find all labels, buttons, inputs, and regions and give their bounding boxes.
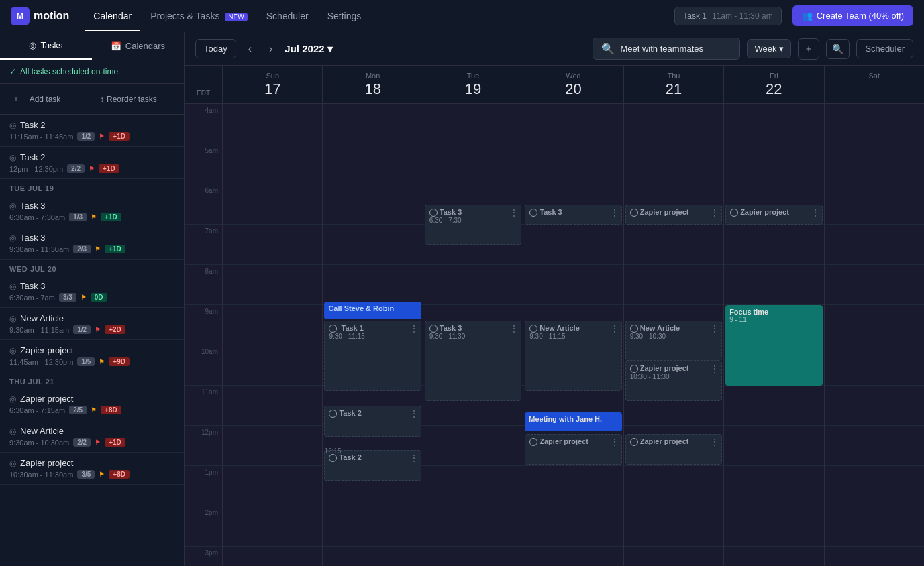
chevron-down-icon: ▾ <box>779 44 784 54</box>
event-title: Zapier project <box>630 364 689 373</box>
tab-calendars[interactable]: 📅 Calendars <box>92 32 184 60</box>
hour-cell <box>624 466 723 506</box>
day-header-fri: Fri22 <box>723 66 823 103</box>
time-slot: 6am <box>185 184 222 225</box>
hour-cell <box>724 225 823 265</box>
hour-cell <box>724 506 823 547</box>
new-article-wed-event[interactable]: New Article ⋮ 9:30 - 11:15 <box>525 321 621 391</box>
focus-time-event[interactable]: Focus time 9 - 11 <box>725 305 822 386</box>
new-article-thu-event[interactable]: New Article ⋮ 9:30 - 10:30 <box>625 321 722 361</box>
event-title: Task 3 <box>529 208 562 216</box>
event-menu-icon[interactable]: ⋮ <box>409 408 419 419</box>
zapier-wed-event[interactable]: Zapier project ⋮ <box>525 434 621 465</box>
today-button[interactable]: Today <box>195 39 236 58</box>
nav-scheduler[interactable]: Scheduler <box>258 7 317 25</box>
reorder-label: Reorder tasks <box>107 95 157 104</box>
task3-tue-event1[interactable]: Task 3 ⋮ 6:30 - 7:30 <box>425 205 521 245</box>
task-item[interactable]: ◎ New Article 9:30am - 11:15am 1/2⚑+2D <box>0 308 184 340</box>
next-button[interactable]: › <box>264 40 278 58</box>
task-item[interactable]: ◎ Zapier project 6:30am - 7:15am 2/5⚑+8D <box>0 388 184 420</box>
check-icon: ◎ <box>9 282 16 291</box>
task-item[interactable]: ◎ Zapier project 11:45am - 12:30pm 1/5⚑+… <box>0 340 184 372</box>
nav-calendar[interactable]: Calendar <box>85 7 140 25</box>
event-title: Task 3 <box>429 208 462 217</box>
check-icon: ◎ <box>9 233 16 243</box>
task1-mon-event[interactable]: Task 1 ⋮ 9:30 - 11:15 <box>324 321 421 391</box>
hour-cell <box>724 144 823 184</box>
top-nav: M motion Calendar Projects & Tasks NEW S… <box>0 0 924 32</box>
zapier-fri-event[interactable]: Zapier project ⋮ <box>725 205 822 225</box>
task2-mon-event1[interactable]: Task 2 ⋮ <box>324 406 421 437</box>
task-item[interactable]: ◎ Task 2 11:15am - 11:45am 1/2⚑+1D <box>0 115 184 147</box>
calendar-area: Today ‹ › Jul 2022 ▾ 🔍 Week ▾ ＋ 🔍 Schedu… <box>185 32 924 566</box>
event-menu-icon[interactable]: ⋮ <box>811 207 820 218</box>
event-menu-icon[interactable]: ⋮ <box>610 207 619 218</box>
check-icon: ◎ <box>9 121 16 130</box>
event-time: 9:30 - 11:30 <box>429 333 517 340</box>
add-task-button[interactable]: ＋ + Add task <box>7 89 89 109</box>
hour-cell <box>624 144 723 184</box>
day-col-tue: Task 3 ⋮ 6:30 - 7:30 Task 3 ⋮ 9:30 - 11:… <box>423 104 523 566</box>
hour-cell <box>825 265 924 305</box>
hour-cell <box>323 225 422 265</box>
reorder-icon: ↕ <box>100 95 104 104</box>
hour-cell <box>323 184 422 225</box>
plus-icon: ＋ <box>12 93 20 105</box>
hour-cell <box>223 144 322 184</box>
scheduler-button[interactable]: Scheduler <box>856 39 913 58</box>
hour-cell <box>523 104 623 144</box>
check-icon <box>329 325 337 333</box>
reorder-tasks-button[interactable]: ↕ Reorder tasks <box>95 89 177 109</box>
task-item[interactable]: ◎ Task 3 9:30am - 11:30am 2/3⚑+1D <box>0 227 184 260</box>
event-menu-icon[interactable]: ⋮ <box>610 437 619 447</box>
task3-tue-event2[interactable]: Task 3 ⋮ 9:30 - 11:30 <box>425 321 521 401</box>
time-slot: 2pm <box>185 506 222 547</box>
nav-settings[interactable]: Settings <box>319 7 370 25</box>
event-menu-icon[interactable]: ⋮ <box>710 437 719 447</box>
search-box[interactable]: 🔍 <box>593 38 740 60</box>
task3-wed-event[interactable]: Task 3 ⋮ <box>525 205 621 225</box>
tab-tasks[interactable]: ◎ Tasks <box>0 32 92 60</box>
event-title: Task 3 <box>429 324 462 333</box>
task-item[interactable]: ◎ Task 2 12pm - 12:30pm 2/2⚑+1D <box>0 147 184 179</box>
search-button[interactable]: 🔍 <box>826 39 850 59</box>
prev-button[interactable]: ‹ <box>243 40 257 58</box>
event-menu-icon[interactable]: ⋮ <box>409 453 419 463</box>
create-team-label: Create Team (40% off) <box>817 11 904 21</box>
tab-calendars-label: Calendars <box>125 41 165 51</box>
hour-cell <box>825 426 924 466</box>
hour-cell <box>223 426 322 466</box>
tasks-circle-icon: ◎ <box>29 40 36 50</box>
check-icon: ◎ <box>9 314 16 323</box>
create-team-button[interactable]: 👥 Create Team (40% off) <box>792 5 913 26</box>
task-item[interactable]: ◎ Zapier project 10:30am - 11:30am 3/5⚑+… <box>0 453 184 485</box>
task-item[interactable]: ◎ Task 3 6:30am - 7:30am 1/3⚑+1D <box>0 195 184 227</box>
time-slot: 12pm <box>185 426 222 466</box>
event-title: Zapier project <box>630 208 689 217</box>
event-title: New Article <box>630 324 680 333</box>
task-item[interactable]: ◎ New Article 9:30am - 10:30am 2/2⚑+1D <box>0 420 184 453</box>
day-header-sat: Sat <box>824 66 924 103</box>
event-menu-icon[interactable]: ⋮ <box>710 207 719 218</box>
month-year-display: Jul 2022 ▾ <box>285 43 332 55</box>
group-label-thu: THU JUL 21 <box>0 372 184 388</box>
zapier-thu-event2[interactable]: Zapier project ⋮ 10:30 - 11:30 <box>625 361 722 401</box>
call-steve-robin-event[interactable]: Call Steve & Robin <box>324 302 421 319</box>
zapier-thu-event3[interactable]: Zapier project ⋮ <box>625 434 722 465</box>
day-header-wed: Wed20 <box>523 66 623 103</box>
sidebar: ◎ Tasks 📅 Calendars ✓ All tasks schedule… <box>0 32 185 566</box>
sidebar-tabs: ◎ Tasks 📅 Calendars <box>0 32 184 60</box>
search-input[interactable] <box>620 44 731 54</box>
nav-projects[interactable]: Projects & Tasks NEW <box>142 7 255 25</box>
group-label-wed: WED JUL 20 <box>0 260 184 276</box>
hour-cell <box>724 426 823 466</box>
meeting-jane-event[interactable]: Meeting with Jane H. <box>525 412 621 431</box>
hour-cell <box>323 104 422 144</box>
add-event-button[interactable]: ＋ <box>798 38 819 60</box>
hour-cell <box>223 386 322 426</box>
zapier-thu-event1[interactable]: Zapier project ⋮ <box>625 205 722 225</box>
hour-cell <box>825 506 924 547</box>
week-selector[interactable]: Week ▾ <box>747 39 791 58</box>
task-item[interactable]: ◎ Task 3 6:30am - 7am 3/3⚑0D <box>0 276 184 308</box>
hour-cell <box>323 506 422 547</box>
